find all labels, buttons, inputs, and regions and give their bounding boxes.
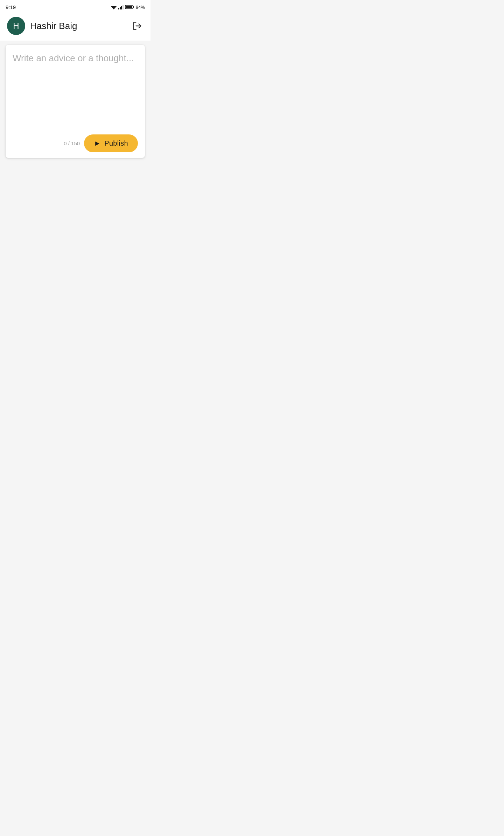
post-card: 0 / 150 ► Publish bbox=[6, 45, 145, 158]
wifi-icon bbox=[111, 5, 117, 9]
status-bar: 9:19 94% bbox=[0, 0, 150, 13]
post-textarea[interactable] bbox=[13, 52, 138, 129]
user-name: Hashir Baig bbox=[30, 21, 77, 32]
status-time: 9:19 bbox=[6, 4, 16, 10]
logout-icon bbox=[132, 21, 142, 31]
logout-button[interactable] bbox=[131, 20, 144, 32]
battery-percent: 94% bbox=[136, 5, 145, 10]
header-left: H Hashir Baig bbox=[7, 17, 77, 35]
card-footer: 0 / 150 ► Publish bbox=[13, 134, 138, 152]
header: H Hashir Baig bbox=[0, 13, 150, 41]
char-count: 0 / 150 bbox=[64, 140, 80, 146]
main-content: 0 / 150 ► Publish bbox=[0, 41, 150, 162]
publish-label: Publish bbox=[104, 139, 128, 147]
svg-rect-3 bbox=[120, 7, 121, 9]
signal-icon bbox=[118, 5, 124, 9]
svg-rect-5 bbox=[122, 5, 124, 9]
send-icon: ► bbox=[94, 139, 101, 147]
svg-rect-8 bbox=[126, 6, 132, 8]
svg-rect-4 bbox=[121, 6, 122, 9]
avatar: H bbox=[7, 17, 25, 35]
svg-rect-2 bbox=[118, 8, 119, 9]
battery-icon bbox=[125, 5, 134, 9]
publish-button[interactable]: ► Publish bbox=[84, 134, 138, 152]
svg-rect-7 bbox=[133, 6, 134, 8]
status-icons: 94% bbox=[111, 5, 145, 10]
